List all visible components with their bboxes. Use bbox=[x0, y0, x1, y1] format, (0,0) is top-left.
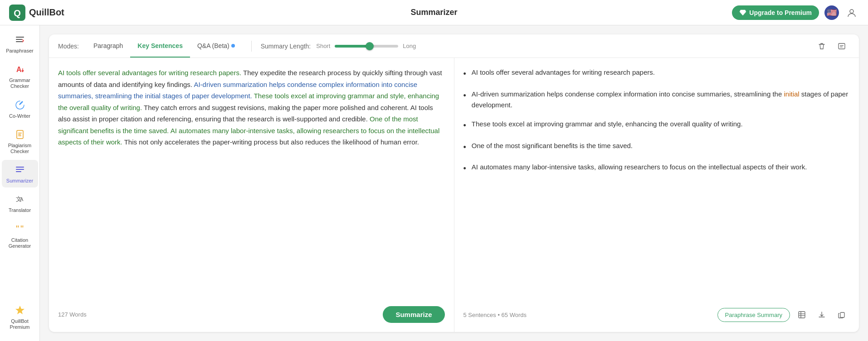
sidebar-item-plagiarism[interactable]: Plagiarism Checker bbox=[2, 125, 38, 158]
sidebar-item-citation[interactable]: " " Citation Generator bbox=[2, 219, 38, 253]
list-item: These tools excel at improving grammar a… bbox=[463, 119, 850, 132]
sidebar-item-paraphraser[interactable]: Paraphraser bbox=[2, 30, 38, 58]
paraphrase-button[interactable]: Paraphrase Summary bbox=[717, 308, 790, 322]
output-stats: 5 Sentences • 65 Words bbox=[463, 312, 527, 318]
input-word-count: 127 Words bbox=[58, 311, 87, 318]
svg-rect-11 bbox=[16, 167, 24, 168]
svg-text:Q: Q bbox=[14, 8, 21, 18]
highlight-initial: initial bbox=[784, 90, 799, 98]
history-button[interactable] bbox=[834, 38, 850, 54]
input-text[interactable]: AI tools offer several advantages for wr… bbox=[58, 67, 445, 299]
main-content: Modes: Paragraph Key Sentences Q&A (Beta… bbox=[40, 25, 868, 341]
list-item: One of the most significant benefits is … bbox=[463, 140, 850, 154]
output-footer: 5 Sentences • 65 Words Paraphrase Summar… bbox=[463, 299, 850, 323]
bullet-1-text: AI tools offer several advantages for wr… bbox=[472, 67, 655, 78]
modes-label: Modes: bbox=[58, 43, 79, 50]
translator-icon: 文 A bbox=[14, 193, 26, 206]
short-label: Short bbox=[316, 43, 330, 49]
list-item: AI tools offer several advantages for wr… bbox=[463, 67, 850, 81]
page-title: Summarizer bbox=[410, 8, 457, 17]
content-area: AI tools offer several advantages for wr… bbox=[49, 58, 859, 332]
quillbot-logo-icon: Q bbox=[9, 5, 25, 21]
sidebar-item-cowriter[interactable]: Co-Writer bbox=[2, 95, 38, 123]
svg-rect-12 bbox=[16, 169, 24, 170]
tab-key-sentences[interactable]: Key Sentences bbox=[130, 35, 190, 58]
bullet-3-text: These tools excel at improving grammar a… bbox=[472, 119, 743, 130]
svg-rect-20 bbox=[840, 47, 843, 47]
tab-qa-beta[interactable]: Q&A (Beta) bbox=[190, 35, 242, 58]
sidebar-item-translator-label: Translator bbox=[9, 207, 31, 213]
list-item: AI-driven summarization helps condense c… bbox=[463, 89, 850, 110]
sidebar-item-citation-label: Citation Generator bbox=[4, 237, 36, 249]
sidebar-item-summarizer[interactable]: Summarizer bbox=[2, 160, 38, 187]
summarizer-icon bbox=[14, 163, 26, 176]
footer-actions: Paraphrase Summary bbox=[717, 307, 850, 323]
bullet-5-text: AI automates many labor-intensive tasks,… bbox=[472, 162, 807, 173]
output-panel: AI tools offer several advantages for wr… bbox=[454, 58, 859, 332]
header-right: Upgrade to Premium 🇺🇸 bbox=[732, 5, 859, 20]
premium-icon bbox=[14, 304, 26, 317]
table-icon-button[interactable] bbox=[794, 307, 810, 323]
length-control: Short Long bbox=[316, 43, 416, 49]
grammar-icon: A bbox=[14, 63, 26, 76]
svg-point-2 bbox=[850, 10, 853, 13]
diamond-icon bbox=[739, 9, 746, 16]
svg-rect-25 bbox=[840, 312, 844, 317]
upgrade-button[interactable]: Upgrade to Premium bbox=[732, 5, 819, 20]
beta-dot bbox=[231, 44, 235, 48]
logo-text: QuillBot bbox=[29, 7, 64, 18]
input-footer: 127 Words Summarize bbox=[58, 299, 445, 323]
citation-icon: " " bbox=[14, 223, 26, 235]
sidebar-item-premium[interactable]: QuillBot Premium bbox=[2, 300, 38, 334]
slider-thumb[interactable] bbox=[366, 42, 374, 50]
list-item: AI automates many labor-intensive tasks,… bbox=[463, 162, 850, 175]
sidebar-item-grammar-label: Grammar Checker bbox=[4, 77, 36, 89]
logo: Q QuillBot bbox=[9, 5, 64, 21]
download-button[interactable] bbox=[814, 307, 830, 323]
svg-rect-4 bbox=[16, 39, 22, 40]
sidebar-item-translator[interactable]: 文 A Translator bbox=[2, 189, 38, 217]
svg-rect-18 bbox=[839, 43, 845, 49]
svg-rect-10 bbox=[18, 135, 21, 136]
svg-rect-8 bbox=[18, 133, 22, 134]
tab-paragraph[interactable]: Paragraph bbox=[86, 35, 130, 58]
svg-rect-9 bbox=[18, 134, 21, 135]
summarize-button[interactable]: Summarize bbox=[383, 306, 444, 323]
svg-text:A: A bbox=[16, 66, 22, 73]
toolbar-actions bbox=[814, 38, 850, 54]
divider bbox=[251, 41, 252, 52]
summary-list: AI tools offer several advantages for wr… bbox=[463, 67, 850, 299]
svg-text:A: A bbox=[20, 197, 24, 202]
long-label: Long bbox=[403, 43, 416, 49]
language-flag[interactable]: 🇺🇸 bbox=[824, 5, 839, 20]
text-segment-8: This not only accelerates the paper-writ… bbox=[122, 138, 419, 146]
bullet-2-text: AI-driven summarization helps condense c… bbox=[472, 89, 850, 110]
cowriter-icon bbox=[14, 99, 26, 111]
bullet-4-text: One of the most significant benefits is … bbox=[472, 140, 633, 151]
input-panel: AI tools offer several advantages for wr… bbox=[49, 58, 454, 332]
delete-button[interactable] bbox=[814, 38, 830, 54]
svg-rect-13 bbox=[16, 171, 21, 172]
length-slider[interactable] bbox=[335, 45, 398, 48]
paraphraser-icon bbox=[14, 34, 26, 46]
summary-length-label: Summary Length: bbox=[261, 43, 311, 50]
svg-text:": " bbox=[20, 224, 24, 234]
summarizer-card: Modes: Paragraph Key Sentences Q&A (Beta… bbox=[49, 34, 859, 332]
plagiarism-icon bbox=[14, 128, 26, 141]
sidebar: Paraphraser A Grammar Checker Co-Writer bbox=[0, 25, 40, 341]
sidebar-item-plagiarism-label: Plagiarism Checker bbox=[4, 143, 36, 154]
svg-rect-5 bbox=[16, 41, 23, 42]
sidebar-item-summarizer-label: Summarizer bbox=[6, 178, 33, 184]
svg-text:": " bbox=[16, 224, 19, 234]
user-avatar[interactable] bbox=[844, 5, 859, 20]
svg-rect-3 bbox=[16, 37, 24, 38]
sidebar-item-paraphraser-label: Paraphraser bbox=[6, 48, 34, 54]
copy-button[interactable] bbox=[834, 307, 850, 323]
sidebar-item-grammar[interactable]: A Grammar Checker bbox=[2, 59, 38, 93]
sidebar-item-cowriter-label: Co-Writer bbox=[9, 113, 30, 119]
svg-rect-21 bbox=[799, 312, 805, 318]
modes-bar: Modes: Paragraph Key Sentences Q&A (Beta… bbox=[49, 34, 859, 58]
svg-rect-19 bbox=[840, 45, 844, 46]
text-segment-1: AI tools offer several advantages for wr… bbox=[58, 69, 241, 77]
sidebar-item-premium-label: QuillBot Premium bbox=[4, 318, 36, 330]
